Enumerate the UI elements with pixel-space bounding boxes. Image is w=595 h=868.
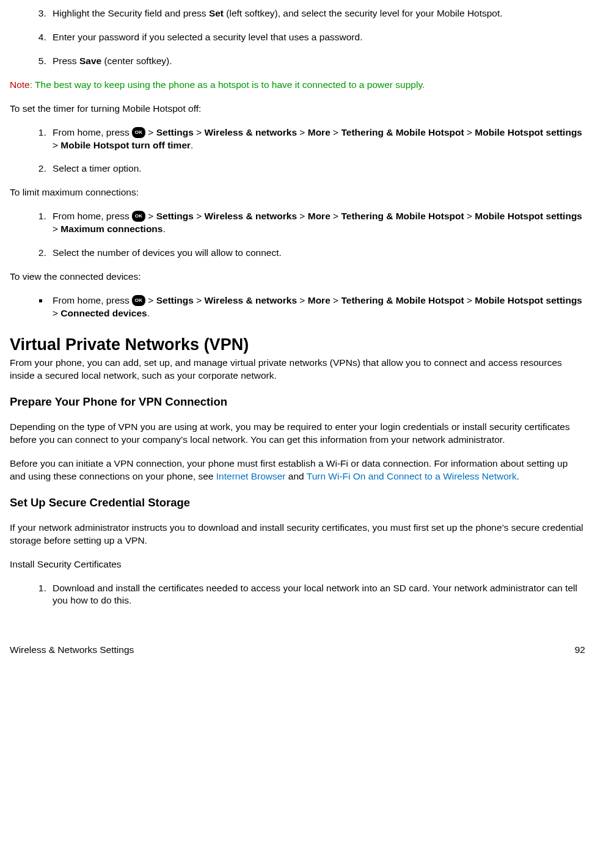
nav: Maximum connections [60, 224, 162, 234]
sep: > [145, 211, 156, 221]
ok-button-icon [132, 295, 145, 306]
sep: > [53, 224, 60, 234]
steps-timer: From home, press > Settings > Wireless &… [10, 126, 585, 176]
nav: Mobile Hotspot settings [475, 127, 582, 137]
nav: Mobile Hotspot settings [475, 295, 582, 305]
nav: Settings [156, 295, 194, 305]
nav: Settings [156, 211, 194, 221]
text: Enter your password if you selected a se… [53, 32, 362, 42]
nav: Tethering & Mobile Hotspot [341, 211, 464, 221]
text: (center softkey). [101, 56, 172, 66]
period: . [147, 308, 150, 318]
sep: > [330, 295, 341, 305]
nav: More [308, 295, 330, 305]
text: Press [53, 56, 79, 66]
step-1: Download and install the certificates ne… [49, 582, 585, 608]
note-line: Note: The best way to keep using the pho… [10, 79, 585, 92]
step-1: From home, press > Settings > Wireless &… [49, 126, 585, 152]
text: From home, press [53, 127, 132, 137]
ok-button-icon [132, 211, 145, 222]
step-1: From home, press > Settings > Wireless &… [49, 210, 585, 236]
sep: > [330, 211, 341, 221]
nav: Wireless & networks [205, 295, 297, 305]
period: . [162, 224, 165, 234]
sep: > [194, 127, 205, 137]
text: Highlight the Security field and press [53, 8, 209, 18]
cred-p1: If your network administrator instructs … [10, 522, 585, 547]
heading-prepare: Prepare Your Phone for VPN Connection [10, 395, 585, 410]
cred-p2: Install Security Certificates [10, 558, 585, 571]
sep: > [297, 211, 308, 221]
sep: > [297, 295, 308, 305]
sep: > [145, 295, 156, 305]
text: . [517, 471, 519, 481]
heading-credential-storage: Set Up Secure Credential Storage [10, 495, 585, 511]
nav: More [308, 211, 330, 221]
bold: Set [209, 8, 224, 18]
step-5: Press Save (center softkey). [49, 55, 585, 68]
nav: Wireless & networks [205, 127, 297, 137]
note-body: : The best way to keep using the phone a… [30, 79, 425, 90]
nav: More [308, 127, 330, 137]
page-footer: Wireless & Networks Settings 92 [10, 644, 585, 657]
prepare-p2: Before you can initiate a VPN connection… [10, 458, 585, 483]
step-2: Select a timer option. [49, 162, 585, 175]
intro-view: To view the connected devices: [10, 271, 585, 283]
step-3: Highlight the Security field and press S… [49, 7, 585, 20]
sep: > [464, 127, 475, 137]
nav: Mobile Hotspot turn off timer [60, 140, 191, 150]
sep: > [53, 308, 60, 318]
note-label: Note [10, 79, 30, 90]
step-4: Enter your password if you selected a se… [49, 31, 585, 44]
text: From home, press [53, 295, 132, 305]
sep: > [330, 127, 341, 137]
heading-vpn: Virtual Private Networks (VPN) [10, 334, 585, 356]
sep: > [464, 295, 475, 305]
sep: > [194, 295, 205, 305]
sep: > [297, 127, 308, 137]
text: and [286, 471, 307, 481]
bullet-1: From home, press > Settings > Wireless &… [49, 294, 585, 320]
sep: > [53, 140, 60, 150]
footer-section: Wireless & Networks Settings [10, 644, 134, 657]
period: . [191, 140, 193, 150]
nav: Wireless & networks [205, 211, 297, 221]
sep: > [464, 211, 475, 221]
nav: Settings [156, 127, 194, 137]
sep: > [194, 211, 205, 221]
nav: Mobile Hotspot settings [475, 211, 582, 221]
intro-max: To limit maximum connections: [10, 186, 585, 199]
vpn-intro: From your phone, you can add, set up, an… [10, 357, 585, 382]
text: (left softkey), and select the security … [224, 8, 503, 18]
footer-pagenum: 92 [575, 644, 585, 657]
steps-cert: Download and install the certificates ne… [10, 582, 585, 608]
intro-timer: To set the timer for turning Mobile Hots… [10, 103, 585, 115]
steps-view: From home, press > Settings > Wireless &… [10, 294, 585, 320]
steps-security: Highlight the Security field and press S… [10, 7, 585, 68]
text: From home, press [53, 211, 132, 221]
nav: Tethering & Mobile Hotspot [341, 295, 464, 305]
steps-max: From home, press > Settings > Wireless &… [10, 210, 585, 260]
sep: > [145, 127, 156, 137]
bold: Save [79, 56, 101, 66]
ok-button-icon [132, 127, 145, 138]
link-turn-wifi-on[interactable]: Turn Wi-Fi On and Connect to a Wireless … [307, 471, 517, 481]
link-internet-browser[interactable]: Internet Browser [216, 471, 286, 481]
nav: Connected devices [60, 308, 147, 318]
step-2: Select the number of devices you will al… [49, 247, 585, 260]
nav: Tethering & Mobile Hotspot [341, 127, 464, 137]
prepare-p1: Depending on the type of VPN you are usi… [10, 421, 585, 447]
